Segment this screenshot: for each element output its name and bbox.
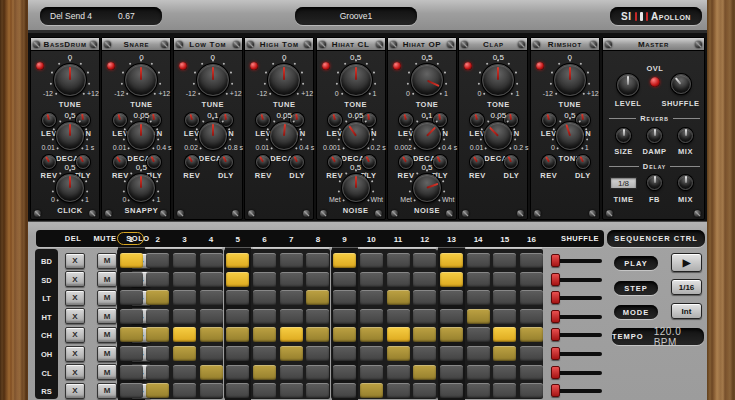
step-cell[interactable] <box>280 346 303 361</box>
noise-knob[interactable] <box>342 174 370 202</box>
step-cell[interactable] <box>253 383 276 398</box>
step-cell[interactable] <box>200 365 223 380</box>
step-cell[interactable] <box>520 346 543 361</box>
delete-button-rs[interactable]: X <box>65 383 85 399</box>
step-cell[interactable] <box>413 383 436 398</box>
step-cell[interactable] <box>440 309 463 324</box>
shuffle-slider-handle-bd[interactable] <box>551 254 560 267</box>
tempo-display[interactable]: TEMPO 120.0 BPM <box>612 328 704 345</box>
step-cell[interactable] <box>280 290 303 305</box>
delete-button-cl[interactable]: X <box>65 364 85 380</box>
shuffle-slider-track-rs[interactable] <box>557 389 602 393</box>
step-cell[interactable] <box>413 346 436 361</box>
step-cell[interactable] <box>306 253 329 268</box>
step-cell[interactable] <box>467 253 490 268</box>
step-cell[interactable] <box>306 346 329 361</box>
fb-delay-knob[interactable] <box>647 175 662 190</box>
step-cell[interactable] <box>360 253 383 268</box>
step-cell[interactable] <box>493 383 516 398</box>
step-cell[interactable] <box>413 272 436 287</box>
decay-knob[interactable] <box>127 122 155 150</box>
step-cell[interactable] <box>146 346 169 361</box>
step-cell[interactable] <box>493 272 516 287</box>
step-cell[interactable] <box>440 383 463 398</box>
step-cell[interactable] <box>120 365 143 380</box>
shuffle-slider-handle-ch[interactable] <box>551 328 560 341</box>
step-cell[interactable] <box>253 309 276 324</box>
step-cell[interactable] <box>226 346 249 361</box>
step-cell[interactable] <box>413 365 436 380</box>
shuffle-slider-track-lt[interactable] <box>557 296 602 300</box>
step-cell[interactable] <box>200 383 223 398</box>
step-cell[interactable] <box>493 365 516 380</box>
step-cell[interactable] <box>333 346 356 361</box>
mute-button-ht[interactable]: M <box>97 308 117 324</box>
delete-button-ht[interactable]: X <box>65 308 85 324</box>
step-cell[interactable] <box>493 253 516 268</box>
step-cell[interactable] <box>360 346 383 361</box>
step-resolution-button[interactable]: 1/16 <box>671 279 702 295</box>
step-cell[interactable] <box>173 309 196 324</box>
mix-knob[interactable] <box>678 128 693 143</box>
step-cell[interactable] <box>387 290 410 305</box>
step-cell[interactable] <box>146 253 169 268</box>
step-cell[interactable] <box>146 309 169 324</box>
step-cell[interactable] <box>173 290 196 305</box>
shuffle-slider-track-ch[interactable] <box>557 333 602 337</box>
mute-button-lt[interactable]: M <box>97 290 117 306</box>
step-cell[interactable] <box>440 290 463 305</box>
preset-selector[interactable]: Groove1 <box>295 7 417 25</box>
step-cell[interactable] <box>253 253 276 268</box>
step-cell[interactable] <box>146 365 169 380</box>
step-cell[interactable] <box>467 383 490 398</box>
step-cell[interactable] <box>306 365 329 380</box>
delete-button-oh[interactable]: X <box>65 346 85 362</box>
shuffle-slider-handle-cl[interactable] <box>551 366 560 379</box>
mute-button-rs[interactable]: M <box>97 383 117 399</box>
step-cell[interactable] <box>173 253 196 268</box>
step-cell[interactable] <box>333 253 356 268</box>
dly-knob[interactable] <box>219 155 233 169</box>
step-cell[interactable] <box>333 290 356 305</box>
step-cell[interactable] <box>467 309 490 324</box>
step-cell[interactable] <box>200 272 223 287</box>
step-cell[interactable] <box>200 346 223 361</box>
step-cell[interactable] <box>253 290 276 305</box>
step-cell[interactable] <box>467 290 490 305</box>
tone-knob[interactable] <box>411 64 443 96</box>
step-cell[interactable] <box>360 365 383 380</box>
click-knob[interactable] <box>56 174 84 202</box>
step-cell[interactable] <box>520 383 543 398</box>
step-cell[interactable] <box>280 272 303 287</box>
step-cell[interactable] <box>173 346 196 361</box>
step-cell[interactable] <box>520 309 543 324</box>
step-cell[interactable] <box>306 383 329 398</box>
shuffle-slider-handle-sd[interactable] <box>551 273 560 286</box>
decay-knob[interactable] <box>56 122 84 150</box>
damp-knob[interactable] <box>647 128 662 143</box>
delay-time-display[interactable]: 1/8 <box>610 177 637 189</box>
step-cell[interactable] <box>493 346 516 361</box>
step-cell[interactable] <box>520 253 543 268</box>
step-cell[interactable] <box>467 365 490 380</box>
mute-button-cl[interactable]: M <box>97 364 117 380</box>
step-cell[interactable] <box>306 290 329 305</box>
step-cell[interactable] <box>120 309 143 324</box>
step-cell[interactable] <box>146 383 169 398</box>
shuffle-slider-handle-rs[interactable] <box>551 384 560 397</box>
step-cell[interactable] <box>226 327 249 342</box>
delete-button-ch[interactable]: X <box>65 327 85 343</box>
rev-knob[interactable] <box>185 155 199 169</box>
step-cell[interactable] <box>333 272 356 287</box>
step-cell[interactable] <box>360 383 383 398</box>
delete-button-bd[interactable]: X <box>65 253 85 269</box>
step-cell[interactable] <box>440 346 463 361</box>
step-cell[interactable] <box>253 272 276 287</box>
shuffle-knob[interactable] <box>671 74 691 94</box>
step-cell[interactable] <box>440 365 463 380</box>
step-cell[interactable] <box>520 272 543 287</box>
tune-knob[interactable] <box>197 64 229 96</box>
step-cell[interactable] <box>387 365 410 380</box>
step-cell[interactable] <box>280 253 303 268</box>
step-cell[interactable] <box>173 383 196 398</box>
